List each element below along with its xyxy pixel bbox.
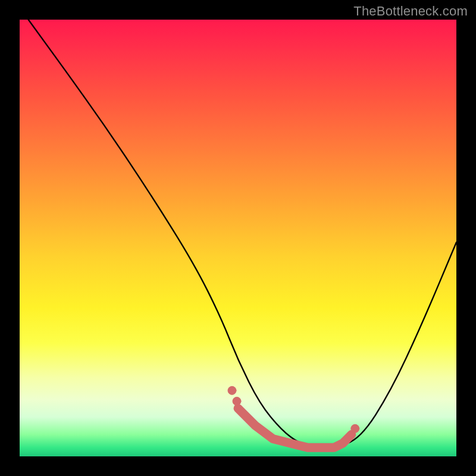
minimum-zone-dot	[351, 424, 359, 433]
attribution-text: TheBottleneck.com	[353, 4, 468, 19]
minimum-zone-dot	[233, 397, 241, 405]
minimum-zone-polyline	[238, 408, 352, 447]
chart-stage: TheBottleneck.com	[0, 0, 476, 476]
plot-area	[20, 20, 456, 456]
minimum-zone-dot	[228, 386, 236, 394]
curve-layer	[20, 20, 456, 456]
bottleneck-curve-path	[29, 20, 456, 447]
